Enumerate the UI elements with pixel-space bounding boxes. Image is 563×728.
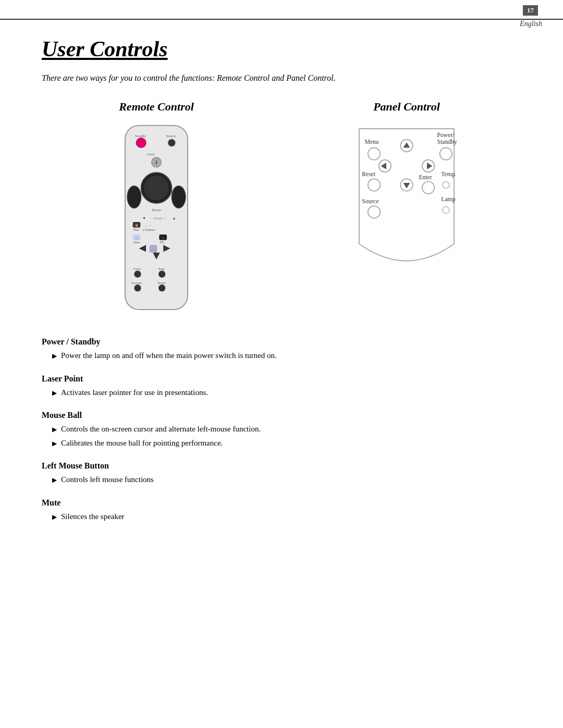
svg-text:Temp.: Temp. bbox=[441, 171, 456, 178]
svg-text:i: i bbox=[156, 159, 157, 165]
svg-text:— Zoom —: — Zoom — bbox=[149, 216, 167, 220]
bullet-arrow-icon: ▶ bbox=[52, 388, 57, 398]
bullet-arrow-icon: ▶ bbox=[52, 351, 57, 361]
svg-point-3 bbox=[168, 139, 175, 146]
language-label: English bbox=[520, 20, 542, 28]
svg-text:Reset: Reset bbox=[158, 267, 165, 270]
svg-text:▼: ▼ bbox=[142, 216, 146, 220]
bullet-item-2-0: ▶Controls the on-screen cursor and alter… bbox=[52, 423, 521, 435]
svg-point-41 bbox=[368, 147, 380, 159]
section-title-0: Power / Standby bbox=[42, 337, 521, 347]
page-title: User Controls bbox=[42, 36, 521, 61]
bullet-text: Silences the speaker bbox=[61, 511, 125, 523]
bullet-item-2-1: ▶Calibrates the mouse ball for pointing … bbox=[52, 437, 521, 449]
page-number: 17 bbox=[523, 5, 538, 16]
svg-text:PIP: PIP bbox=[160, 241, 164, 244]
bullet-item-1-0: ▶Activates laser pointer for use in pres… bbox=[52, 387, 521, 399]
svg-text:Freeze: Freeze bbox=[133, 267, 141, 270]
svg-point-60 bbox=[368, 206, 380, 218]
svg-text:Lamp: Lamp bbox=[441, 196, 455, 203]
svg-text:🔇: 🔇 bbox=[134, 223, 139, 228]
bullet-arrow-icon: ▶ bbox=[52, 425, 57, 434]
svg-point-12 bbox=[172, 186, 186, 208]
svg-text:◂ Volume ▸: ◂ Volume ▸ bbox=[142, 228, 155, 231]
intro-text: There are two ways for you to control th… bbox=[42, 72, 396, 84]
svg-text:Mute: Mute bbox=[133, 228, 140, 231]
descriptions: Power / Standby▶Power the lamp on and of… bbox=[42, 337, 521, 522]
bullet-arrow-icon: ▶ bbox=[52, 475, 57, 485]
svg-point-39 bbox=[158, 285, 165, 291]
remote-control-image: Standby Source Laser i Mouse bbox=[115, 122, 198, 316]
panel-container: Menu Power/ Standby Re bbox=[292, 122, 521, 271]
section-title-2: Mouse Ball bbox=[42, 411, 521, 420]
svg-text:Menu: Menu bbox=[133, 241, 140, 244]
svg-text:Standby: Standby bbox=[437, 139, 457, 145]
svg-rect-29 bbox=[150, 245, 157, 253]
remote-control-heading: Remote Control bbox=[42, 100, 271, 114]
bullet-text: Power the lamp on and off when the main … bbox=[61, 350, 277, 362]
svg-point-58 bbox=[443, 181, 449, 188]
svg-point-35 bbox=[158, 270, 165, 277]
svg-text:Keystone: Keystone bbox=[131, 281, 142, 285]
remote-container: Standby Source Laser i Mouse bbox=[42, 122, 271, 316]
svg-point-62 bbox=[443, 207, 449, 214]
svg-point-9 bbox=[144, 176, 169, 201]
svg-point-11 bbox=[127, 186, 141, 208]
svg-point-38 bbox=[134, 285, 141, 291]
main-content: User Controls There are two ways for you… bbox=[0, 21, 563, 545]
bullet-arrow-icon: ▶ bbox=[52, 439, 57, 448]
panel-control-heading: Panel Control bbox=[292, 100, 521, 114]
svg-text:—: — bbox=[144, 224, 148, 227]
section-title-4: Mute bbox=[42, 498, 521, 508]
bullet-item-4-0: ▶Silences the speaker bbox=[52, 511, 521, 523]
bullet-item-0-0: ▶Power the lamp on and off when the main… bbox=[52, 350, 521, 362]
svg-text:Laser: Laser bbox=[147, 152, 155, 156]
section-title-1: Laser Point bbox=[42, 374, 521, 384]
svg-point-46 bbox=[440, 147, 452, 159]
svg-text:Enter: Enter bbox=[419, 175, 432, 181]
svg-text:Source: Source bbox=[362, 198, 378, 205]
svg-point-1 bbox=[136, 138, 146, 148]
header-bar: 17 bbox=[0, 0, 563, 20]
controls-columns: Remote Control Standby Source Laser bbox=[42, 100, 521, 316]
svg-text:▲: ▲ bbox=[173, 216, 176, 220]
svg-text:Reset: Reset bbox=[362, 171, 376, 178]
bullet-text: Controls the on-screen cursor and altern… bbox=[61, 423, 261, 435]
panel-control-image: Menu Power/ Standby Re bbox=[339, 122, 474, 271]
remote-control-column: Remote Control Standby Source Laser bbox=[42, 100, 271, 316]
bullet-arrow-icon: ▶ bbox=[52, 512, 57, 522]
svg-text:Mouse: Mouse bbox=[152, 208, 161, 212]
svg-point-56 bbox=[422, 181, 434, 193]
svg-point-52 bbox=[368, 179, 380, 191]
section-title-3: Left Mouse Button bbox=[42, 461, 521, 471]
svg-text:Menu: Menu bbox=[364, 139, 378, 145]
svg-text:Resync: Resync bbox=[158, 281, 166, 285]
svg-text:Power/: Power/ bbox=[437, 132, 455, 139]
bullet-text: Activates laser pointer for use in prese… bbox=[61, 387, 208, 399]
panel-control-column: Panel Control Menu Power/ Standby bbox=[292, 100, 521, 316]
svg-text:Standby: Standby bbox=[135, 134, 146, 138]
svg-text:+: + bbox=[150, 224, 152, 227]
svg-point-34 bbox=[134, 270, 141, 277]
svg-text:Source: Source bbox=[166, 134, 176, 138]
bullet-item-3-0: ▶Controls left mouse functions bbox=[52, 474, 521, 486]
bullet-text: Calibrates the mouse ball for pointing p… bbox=[61, 437, 223, 449]
bullet-text: Controls left mouse functions bbox=[61, 474, 154, 486]
